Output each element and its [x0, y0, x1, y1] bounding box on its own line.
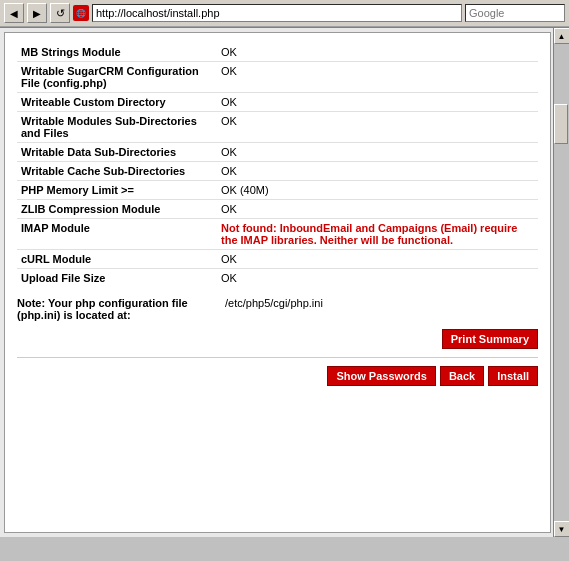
- check-status: OK: [217, 200, 538, 219]
- bottom-section: Note: Your php configuration file (php.i…: [17, 297, 538, 386]
- check-status: OK: [217, 250, 538, 269]
- check-status: OK: [217, 93, 538, 112]
- page-content: MB Strings ModuleOKWritable SugarCRM Con…: [4, 32, 551, 533]
- scroll-track[interactable]: [554, 44, 569, 521]
- check-label: IMAP Module: [17, 219, 217, 250]
- check-label: PHP Memory Limit >=: [17, 181, 217, 200]
- table-row: Writable Data Sub-DirectoriesOK: [17, 143, 538, 162]
- table-row: cURL ModuleOK: [17, 250, 538, 269]
- scroll-down-button[interactable]: ▼: [554, 521, 570, 537]
- table-row: PHP Memory Limit >=OK (40M): [17, 181, 538, 200]
- check-label: Writable Modules Sub-Directories and Fil…: [17, 112, 217, 143]
- page-wrapper: MB Strings ModuleOKWritable SugarCRM Con…: [0, 28, 569, 537]
- checks-table: MB Strings ModuleOKWritable SugarCRM Con…: [17, 43, 538, 287]
- action-row: Show Passwords Back Install: [17, 366, 538, 386]
- check-status: OK: [217, 269, 538, 288]
- table-row: ZLIB Compression ModuleOK: [17, 200, 538, 219]
- note-label: Note: Your php configuration file (php.i…: [17, 297, 217, 321]
- scroll-thumb[interactable]: [554, 104, 568, 144]
- table-row: Writable Modules Sub-Directories and Fil…: [17, 112, 538, 143]
- browser-chrome: ◀ ▶ ↺ 🌐: [0, 0, 569, 28]
- check-label: Writable Data Sub-Directories: [17, 143, 217, 162]
- table-row: IMAP ModuleNot found: InboundEmail and C…: [17, 219, 538, 250]
- address-bar: 🌐: [73, 4, 462, 22]
- check-label: Writable SugarCRM Configuration File (co…: [17, 62, 217, 93]
- table-row: Upload File SizeOK: [17, 269, 538, 288]
- divider: [17, 357, 538, 358]
- note-value: /etc/php5/cgi/php.ini: [225, 297, 323, 321]
- check-status: OK: [217, 162, 538, 181]
- check-status: OK: [217, 62, 538, 93]
- check-label: MB Strings Module: [17, 43, 217, 62]
- check-label: Writable Cache Sub-Directories: [17, 162, 217, 181]
- back-button[interactable]: ◀: [4, 3, 24, 23]
- check-status: OK: [217, 43, 538, 62]
- print-summary-button[interactable]: Print Summary: [442, 329, 538, 349]
- table-row: Writeable Custom DirectoryOK: [17, 93, 538, 112]
- check-label: cURL Module: [17, 250, 217, 269]
- show-passwords-button[interactable]: Show Passwords: [327, 366, 435, 386]
- search-input[interactable]: [465, 4, 565, 22]
- url-input[interactable]: [92, 4, 462, 22]
- reload-button[interactable]: ↺: [50, 3, 70, 23]
- forward-button[interactable]: ▶: [27, 3, 47, 23]
- check-label: Upload File Size: [17, 269, 217, 288]
- table-row: Writable Cache Sub-DirectoriesOK: [17, 162, 538, 181]
- print-row: Print Summary: [17, 329, 538, 349]
- check-label: Writeable Custom Directory: [17, 93, 217, 112]
- search-bar: [465, 4, 565, 22]
- scroll-up-button[interactable]: ▲: [554, 28, 570, 44]
- check-status: OK (40M): [217, 181, 538, 200]
- browser-toolbar: ◀ ▶ ↺ 🌐: [0, 0, 569, 27]
- table-row: Writable SugarCRM Configuration File (co…: [17, 62, 538, 93]
- check-status: Not found: InboundEmail and Campaigns (E…: [217, 219, 538, 250]
- scrollbar: ▲ ▼: [553, 28, 569, 537]
- back-button-action[interactable]: Back: [440, 366, 484, 386]
- favicon-icon: 🌐: [73, 5, 89, 21]
- install-button[interactable]: Install: [488, 366, 538, 386]
- check-status: OK: [217, 112, 538, 143]
- check-label: ZLIB Compression Module: [17, 200, 217, 219]
- table-row: MB Strings ModuleOK: [17, 43, 538, 62]
- check-status: OK: [217, 143, 538, 162]
- note-row: Note: Your php configuration file (php.i…: [17, 297, 538, 321]
